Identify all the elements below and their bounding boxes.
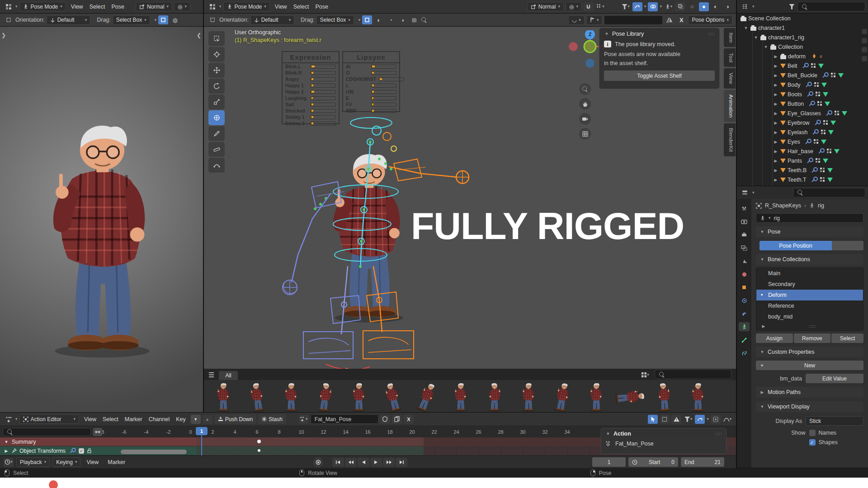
collapse-arrow-icon[interactable]: ▼: [763, 45, 769, 49]
tab-object-data-icon[interactable]: [739, 322, 750, 331]
viewport-left-canvas[interactable]: ❯ ❮: [0, 27, 203, 412]
vertex-group-icon[interactable]: [823, 120, 828, 125]
modifier-icon[interactable]: [806, 139, 811, 145]
tool-select-box[interactable]: [208, 31, 225, 46]
pose-asset-thumbnail[interactable]: [647, 381, 680, 412]
transform-orientation-select[interactable]: Normal▾: [136, 2, 172, 11]
panel-grip-icon[interactable]: ∷∷: [715, 432, 722, 436]
menu-item[interactable]: Pose: [108, 3, 127, 11]
editor-mode-select[interactable]: Action Editor▾: [19, 414, 80, 424]
custom-properties-panel-header[interactable]: ▼Custom Properties: [756, 347, 863, 357]
zoom-icon[interactable]: [579, 83, 591, 95]
camera-view-icon[interactable]: [579, 113, 591, 125]
outliner-item[interactable]: character1: [758, 25, 785, 31]
select-mode-new-icon[interactable]: [158, 15, 168, 24]
modifier-icon[interactable]: [803, 63, 809, 69]
shapekey-slider[interactable]: [311, 65, 336, 69]
action-name-field[interactable]: Fat_Man_Pose: [311, 414, 378, 424]
drag-select[interactable]: Select Box▾: [316, 15, 354, 25]
outliner-item[interactable]: Eyes: [788, 139, 800, 145]
remove-button[interactable]: Remove: [794, 333, 831, 343]
shading-solid-icon[interactable]: ●: [699, 2, 709, 11]
tab-bone-icon[interactable]: [739, 335, 750, 344]
expand-arrow-icon[interactable]: ▶: [773, 102, 778, 106]
unlink-icon[interactable]: X: [404, 415, 414, 424]
play-button[interactable]: [370, 458, 382, 467]
rigged-character[interactable]: [258, 106, 475, 395]
next-keyframe-button[interactable]: [383, 458, 395, 467]
shapekey-row[interactable]: Blink.L: [283, 63, 339, 70]
editor-type-icon[interactable]: [4, 415, 14, 424]
collapse-arrow-icon[interactable]: ▼: [753, 35, 759, 40]
tab-tool-icon[interactable]: ⚒: [739, 204, 750, 213]
tab-physics-icon[interactable]: [739, 309, 750, 318]
filter-icon[interactable]: ▾: [683, 415, 693, 424]
pose-asset-thumbnail[interactable]: [444, 381, 477, 412]
outliner-item[interactable]: Pants: [788, 158, 802, 164]
keying-flag-select[interactable]: ▾: [586, 15, 603, 25]
shapekey-row[interactable]: CDGHKNRST: [343, 76, 399, 82]
vertex-group-icon[interactable]: [816, 92, 821, 97]
shapekey-row[interactable]: Angry: [283, 76, 339, 82]
shapekey-row[interactable]: E: [343, 95, 399, 101]
current-frame-field[interactable]: 1: [592, 457, 626, 467]
shapekey-slider[interactable]: [371, 84, 396, 88]
shapekey-row[interactable]: Happy 1: [283, 82, 339, 89]
action-name[interactable]: Fat_Man_Pose: [615, 441, 654, 447]
duplicate-icon[interactable]: [392, 415, 402, 424]
falloff-curve-select[interactable]: ◡▾: [568, 15, 585, 25]
menu-item[interactable]: Marker: [122, 415, 146, 423]
editor-type-icon[interactable]: [740, 188, 750, 197]
tab-world-icon[interactable]: [739, 270, 750, 279]
breadcrumb-data[interactable]: rig: [818, 202, 824, 209]
select-mode-invert-icon[interactable]: ◑: [397, 15, 407, 24]
tab-scene-icon[interactable]: [739, 257, 750, 266]
modifier-icon[interactable]: [812, 177, 818, 183]
modifier-icon[interactable]: [807, 158, 813, 164]
mirror-x-icon[interactable]: [665, 15, 675, 24]
mesh-data-icon[interactable]: [823, 92, 828, 97]
tab-item[interactable]: Item: [724, 28, 736, 47]
mesh-data-icon[interactable]: [825, 102, 830, 106]
datablock-name-field[interactable]: ▾ rig: [756, 213, 863, 223]
select-tool-icon[interactable]: [648, 415, 658, 424]
tool-move[interactable]: [208, 63, 225, 78]
expand-arrow-icon[interactable]: ▶: [773, 73, 778, 78]
tool-rotate[interactable]: [208, 79, 225, 94]
tab-blenderkit[interactable]: BlenderKit: [724, 123, 736, 156]
tool-scale[interactable]: [208, 94, 225, 109]
mesh-data-icon[interactable]: [827, 168, 833, 173]
shapekey-slider[interactable]: [311, 71, 336, 75]
mesh-data-icon[interactable]: [818, 64, 824, 68]
outliner-item[interactable]: Boots: [788, 91, 802, 98]
bone-collection-row[interactable]: Reference: [756, 300, 863, 311]
tool-extra-field[interactable]: [604, 15, 663, 25]
pose-asset-thumbnail[interactable]: [580, 381, 613, 412]
pin-icon[interactable]: [12, 448, 17, 453]
menu-item[interactable]: View: [272, 3, 290, 11]
orientation-select[interactable]: Default▾: [47, 15, 91, 25]
vertex-group-icon[interactable]: [827, 149, 832, 154]
tool-pose-breakdowner[interactable]: [208, 158, 225, 173]
expand-range-icon[interactable]: [93, 428, 102, 436]
outliner-item[interactable]: Teeth.B: [788, 167, 807, 174]
vertex-group-icon[interactable]: [817, 101, 822, 106]
shading-material-icon[interactable]: ◐: [711, 2, 721, 11]
jump-to-start-button[interactable]: [332, 458, 344, 467]
select-mode-intersect-icon[interactable]: ⊞: [409, 15, 419, 24]
shapekey-row[interactable]: Laughing: [283, 95, 339, 101]
playback-sync-icon[interactable]: ▾: [4, 458, 14, 467]
snap-icon[interactable]: [584, 2, 594, 11]
expand-arrow-icon[interactable]: ▶: [773, 54, 778, 59]
vertex-group-icon[interactable]: [821, 130, 826, 135]
push-down-button[interactable]: Push Down: [214, 414, 256, 424]
tab-constraints-icon[interactable]: [739, 296, 750, 305]
restrict-toggle-icon[interactable]: [862, 47, 867, 52]
modifier-icon[interactable]: [813, 129, 819, 135]
gizmos-icon[interactable]: [632, 2, 642, 11]
vertex-group-icon[interactable]: [820, 177, 825, 182]
vertex-group-icon[interactable]: [831, 73, 836, 78]
tool-transform[interactable]: [208, 110, 225, 125]
shading-rendered-icon[interactable]: ◑: [722, 2, 732, 11]
modifier-icon[interactable]: [806, 82, 812, 88]
